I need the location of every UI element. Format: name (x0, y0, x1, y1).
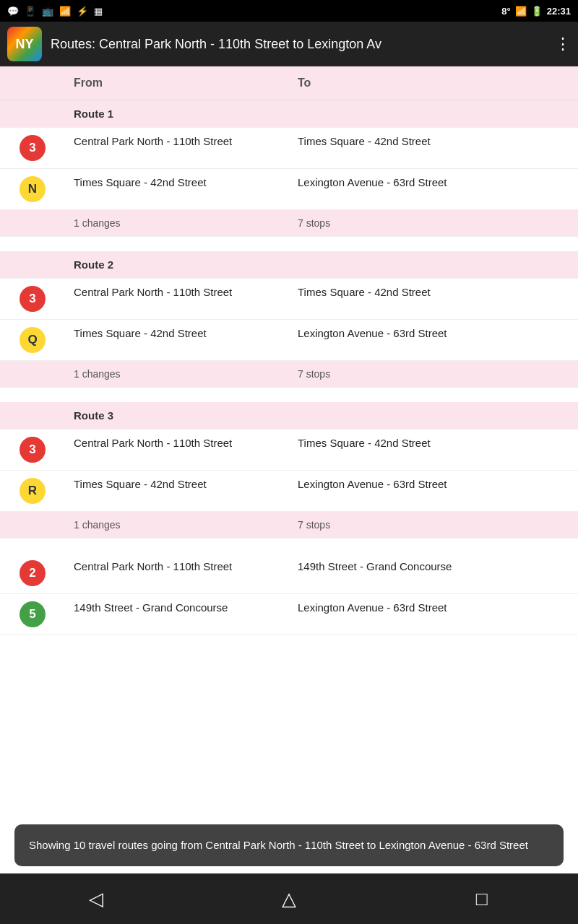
route-4-badge-5: 5 (20, 601, 46, 627)
table-header-row: From To (0, 66, 578, 100)
header-to-cell: To (289, 66, 578, 100)
route-1-summary: 1 changes 7 stops (0, 210, 578, 237)
route-3-label-row: Route 3 (0, 402, 578, 430)
whatsapp-icon: 💬 (7, 6, 19, 17)
bottom-navigation: ◁ △ □ (0, 873, 578, 924)
status-bar: 💬 📱 📺 📶 ⚡ ▦ 8° 📶 🔋 22:31 (0, 0, 578, 22)
route-3-leg1-from: Central Park North - 110th Street (65, 430, 289, 471)
route-1-leg1-to: Times Square - 42nd Street (289, 128, 578, 169)
route-3-badge-3: 3 (20, 437, 46, 463)
route-4-leg1-to: 149th Street - Grand Concourse (289, 553, 578, 594)
route-2-badge-q-cell: Q (0, 320, 65, 361)
route-2-badge-3: 3 (20, 286, 46, 312)
route-1-summary-icon (0, 210, 65, 237)
route-2-label-to-cell (289, 251, 578, 279)
route-2-badge-q: Q (20, 327, 46, 353)
route-1-changes: 1 changes (65, 210, 289, 237)
route-2-badge-3-cell: 3 (0, 279, 65, 320)
time-display: 22:31 (547, 6, 571, 17)
toast-notification: Showing 10 travel routes going from Cent… (14, 824, 564, 867)
route-4-badge-5-cell: 5 (0, 594, 65, 635)
route-1-icon-cell (0, 100, 65, 128)
route-2-leg-1: 3 Central Park North - 110th Street Time… (0, 279, 578, 320)
route-3-summary: 1 changes 7 stops (0, 512, 578, 539)
route-1-badge-3-cell: 3 (0, 128, 65, 169)
header-from-cell: From (65, 66, 289, 100)
status-icons-left: 💬 📱 📺 📶 ⚡ ▦ (7, 6, 103, 17)
route-1-label: Route 1 (65, 100, 289, 128)
route-1-leg-1: 3 Central Park North - 110th Street Time… (0, 128, 578, 169)
route-4-leg-2: 5 149th Street - Grand Concourse Lexingt… (0, 594, 578, 635)
route-2-leg2-from: Times Square - 42nd Street (65, 320, 289, 361)
route-4-badge-2-cell: 2 (0, 553, 65, 594)
battery-icon: 🔋 (531, 6, 543, 17)
back-button[interactable]: ◁ (67, 881, 125, 917)
app-title: Routes: Central Park North - 110th Stree… (51, 37, 546, 52)
route-2-summary-icon (0, 361, 65, 388)
route-2-leg2-to: Lexington Avenue - 63rd Street (289, 320, 578, 361)
temperature-reading: 8° (501, 6, 510, 17)
tv-icon: 📺 (42, 6, 53, 17)
route-2-label: Route 2 (65, 251, 289, 279)
route-3-leg2-to: Lexington Avenue - 63rd Street (289, 471, 578, 512)
route-3-changes: 1 changes (65, 512, 289, 539)
app-bar: NY Routes: Central Park North - 110th St… (0, 22, 578, 66)
route-1-stops: 7 stops (289, 210, 578, 237)
route-2-leg1-to: Times Square - 42nd Street (289, 279, 578, 320)
signal-icon: 📶 (515, 6, 527, 17)
routes-table: From To Route 1 3 Central Park North - 1… (0, 66, 578, 635)
route-1-label-row: Route 1 (0, 100, 578, 128)
route-2-summary: 1 changes 7 stops (0, 361, 578, 388)
route-1-leg-2: N Times Square - 42nd Street Lexington A… (0, 169, 578, 210)
app-logo: NY (7, 27, 42, 61)
route-2-leg1-from: Central Park North - 110th Street (65, 279, 289, 320)
route-1-badge-n: N (20, 176, 46, 202)
route-1-leg1-from: Central Park North - 110th Street (65, 128, 289, 169)
route-3-summary-icon (0, 512, 65, 539)
route-3-label-to-cell (289, 402, 578, 430)
route-1-leg2-to: Lexington Avenue - 63rd Street (289, 169, 578, 210)
header-icon-cell (0, 66, 65, 100)
route-2-label-row: Route 2 (0, 251, 578, 279)
route-2-changes: 1 changes (65, 361, 289, 388)
route-3-icon-cell (0, 402, 65, 430)
route-2-leg-2: Q Times Square - 42nd Street Lexington A… (0, 320, 578, 361)
route-3-badge-r-cell: R (0, 471, 65, 512)
route-1-label-to-cell (289, 100, 578, 128)
route-3-badge-r: R (20, 478, 46, 504)
usb-icon: ⚡ (77, 6, 88, 17)
route-4-badge-2: 2 (20, 560, 46, 586)
route-3-leg-1: 3 Central Park North - 110th Street Time… (0, 430, 578, 471)
spacer-2 (0, 388, 578, 403)
route-4-leg-1: 2 Central Park North - 110th Street 149t… (0, 553, 578, 594)
route-4-leg2-from: 149th Street - Grand Concourse (65, 594, 289, 635)
route-3-badge-3-cell: 3 (0, 430, 65, 471)
route-3-leg-2: R Times Square - 42nd Street Lexington A… (0, 471, 578, 512)
home-button[interactable]: △ (260, 881, 318, 917)
route-2-stops: 7 stops (289, 361, 578, 388)
menu-icon: ▦ (94, 6, 103, 17)
route-4-leg2-to: Lexington Avenue - 63rd Street (289, 594, 578, 635)
route-1-badge-3: 3 (20, 135, 46, 161)
route-3-leg2-from: Times Square - 42nd Street (65, 471, 289, 512)
route-3-label: Route 3 (65, 402, 289, 430)
overflow-menu-button[interactable]: ⋮ (555, 35, 571, 53)
route-3-leg1-to: Times Square - 42nd Street (289, 430, 578, 471)
messenger-icon: 📱 (25, 6, 36, 17)
route-1-badge-n-cell: N (0, 169, 65, 210)
status-icons-right: 8° 📶 🔋 22:31 (501, 6, 571, 17)
recents-button[interactable]: □ (453, 881, 511, 917)
spacer-3 (0, 539, 578, 554)
route-1-leg2-from: Times Square - 42nd Street (65, 169, 289, 210)
signal-bars-icon: 📶 (59, 6, 71, 17)
route-4-leg1-from: Central Park North - 110th Street (65, 553, 289, 594)
spacer-1 (0, 237, 578, 252)
route-2-icon-cell (0, 251, 65, 279)
route-3-stops: 7 stops (289, 512, 578, 539)
